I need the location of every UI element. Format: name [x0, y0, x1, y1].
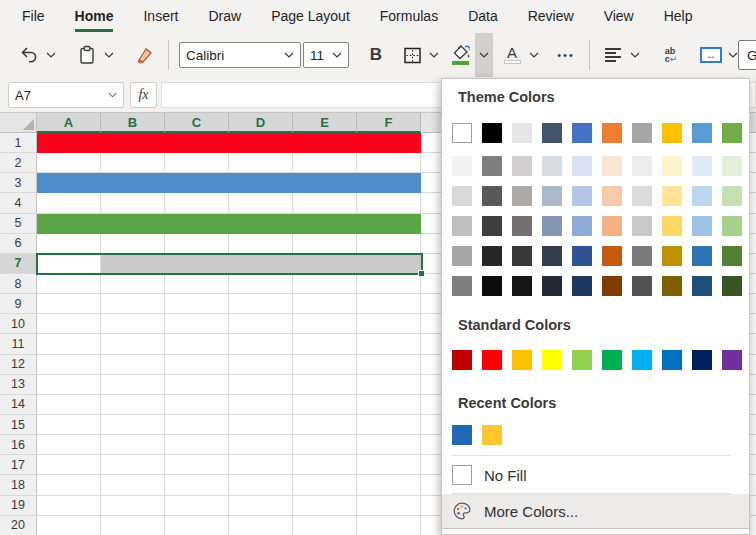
cell-d20[interactable] [229, 516, 293, 535]
theme-variant-swatch[interactable] [602, 216, 622, 236]
theme-variant-swatch[interactable] [482, 156, 502, 176]
theme-variant-swatch[interactable] [692, 276, 712, 296]
cell-a2[interactable] [37, 153, 101, 173]
theme-variant-swatch[interactable] [692, 186, 712, 206]
theme-color-swatch[interactable] [512, 123, 532, 143]
cell-c2[interactable] [165, 153, 229, 173]
theme-variant-swatch[interactable] [482, 276, 502, 296]
cell-a18[interactable] [37, 475, 101, 495]
row-header-16[interactable]: 16 [0, 435, 37, 455]
cell-d15[interactable] [229, 415, 293, 435]
cell-f9[interactable] [357, 294, 421, 314]
theme-variant-swatch[interactable] [692, 156, 712, 176]
cell-d19[interactable] [229, 496, 293, 516]
theme-variant-swatch[interactable] [632, 186, 652, 206]
cell-f5[interactable] [357, 214, 421, 234]
cell-e8[interactable] [293, 274, 357, 294]
cell-c19[interactable] [165, 496, 229, 516]
row-header-7[interactable]: 7 [0, 254, 37, 274]
cell-f15[interactable] [357, 415, 421, 435]
cell-a19[interactable] [37, 496, 101, 516]
recent-color-swatch[interactable] [452, 425, 472, 445]
cell-b14[interactable] [101, 395, 165, 415]
theme-variant-swatch[interactable] [512, 216, 532, 236]
row-header-19[interactable]: 19 [0, 496, 37, 516]
cell-a13[interactable] [37, 375, 101, 395]
theme-variant-swatch[interactable] [542, 276, 562, 296]
cell-e17[interactable] [293, 455, 357, 475]
cell-b1[interactable] [101, 133, 165, 153]
bold-button[interactable]: B [363, 38, 389, 72]
theme-variant-swatch[interactable] [512, 246, 532, 266]
row-header-4[interactable]: 4 [0, 193, 37, 213]
cell-d18[interactable] [229, 475, 293, 495]
theme-variant-swatch[interactable] [452, 216, 472, 236]
theme-variant-swatch[interactable] [662, 276, 682, 296]
theme-variant-swatch[interactable] [722, 276, 742, 296]
standard-color-swatch[interactable] [662, 350, 682, 370]
theme-variant-swatch[interactable] [482, 216, 502, 236]
cell-a8[interactable] [37, 274, 101, 294]
theme-variant-swatch[interactable] [542, 186, 562, 206]
theme-variant-swatch[interactable] [512, 156, 532, 176]
cell-b3[interactable] [101, 173, 165, 193]
cell-e13[interactable] [293, 375, 357, 395]
cell-c16[interactable] [165, 435, 229, 455]
cell-f10[interactable] [357, 314, 421, 334]
cell-c6[interactable] [165, 234, 229, 254]
tab-insert[interactable]: Insert [143, 0, 178, 32]
cell-c20[interactable] [165, 516, 229, 535]
more-font-options-button[interactable]: ••• [553, 38, 579, 72]
theme-variant-swatch[interactable] [542, 216, 562, 236]
cell-e10[interactable] [293, 314, 357, 334]
cell-c12[interactable] [165, 355, 229, 375]
cell-a3[interactable] [37, 173, 101, 193]
column-header-b[interactable]: B [101, 113, 165, 133]
cell-a5[interactable] [37, 214, 101, 234]
cell-e12[interactable] [293, 355, 357, 375]
theme-variant-swatch[interactable] [662, 186, 682, 206]
cell-a20[interactable] [37, 516, 101, 535]
cell-e9[interactable] [293, 294, 357, 314]
font-name-select[interactable]: Calibri [179, 42, 301, 68]
row-header-1[interactable]: 1 [0, 133, 37, 153]
theme-variant-swatch[interactable] [602, 156, 622, 176]
cell-d16[interactable] [229, 435, 293, 455]
cell-a9[interactable] [37, 294, 101, 314]
theme-variant-swatch[interactable] [452, 246, 472, 266]
theme-variant-swatch[interactable] [722, 216, 742, 236]
theme-color-swatch[interactable] [692, 123, 712, 143]
recent-color-swatch[interactable] [482, 425, 502, 445]
theme-variant-swatch[interactable] [662, 156, 682, 176]
cell-e3[interactable] [293, 173, 357, 193]
row-header-9[interactable]: 9 [0, 294, 37, 314]
alignment-dropdown-chevron[interactable] [626, 38, 644, 72]
cell-f18[interactable] [357, 475, 421, 495]
cell-f14[interactable] [357, 395, 421, 415]
cell-e7[interactable] [293, 254, 357, 274]
cell-f17[interactable] [357, 455, 421, 475]
tab-help[interactable]: Help [664, 0, 693, 32]
theme-variant-swatch[interactable] [632, 156, 652, 176]
standard-color-swatch[interactable] [722, 350, 742, 370]
row-header-11[interactable]: 11 [0, 334, 37, 354]
cell-c15[interactable] [165, 415, 229, 435]
cell-a7[interactable] [37, 254, 101, 274]
cell-b2[interactable] [101, 153, 165, 173]
cell-e20[interactable] [293, 516, 357, 535]
theme-variant-swatch[interactable] [482, 246, 502, 266]
cell-a11[interactable] [37, 334, 101, 354]
tab-formulas[interactable]: Formulas [380, 0, 438, 32]
cell-f1[interactable] [357, 133, 421, 153]
theme-variant-swatch[interactable] [452, 276, 472, 296]
cell-e2[interactable] [293, 153, 357, 173]
cell-e16[interactable] [293, 435, 357, 455]
theme-variant-swatch[interactable] [722, 156, 742, 176]
standard-color-swatch[interactable] [542, 350, 562, 370]
tab-review[interactable]: Review [528, 0, 574, 32]
cell-f3[interactable] [357, 173, 421, 193]
no-fill-option[interactable]: No Fill [442, 459, 749, 491]
theme-color-swatch[interactable] [662, 123, 682, 143]
theme-variant-swatch[interactable] [662, 216, 682, 236]
cell-b5[interactable] [101, 214, 165, 234]
